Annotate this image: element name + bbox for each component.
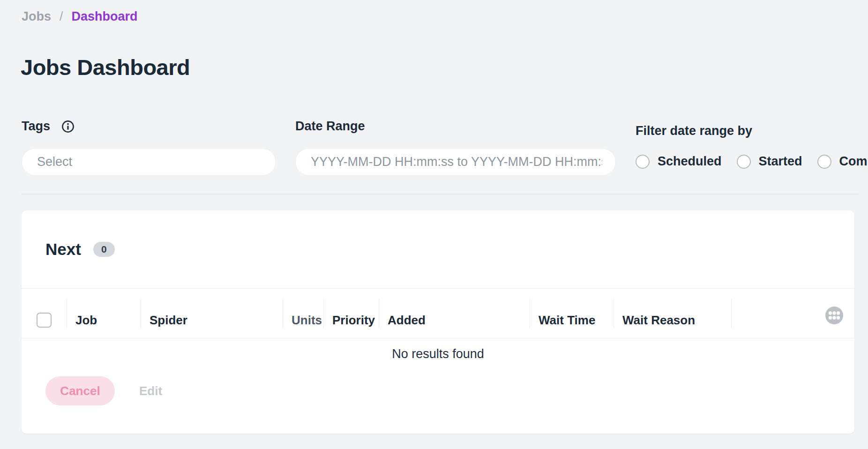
radio-icon[interactable] [636, 155, 650, 169]
empty-results-message: No results found [22, 338, 854, 370]
tags-filter-label: Tags [22, 119, 75, 134]
cancel-button[interactable]: Cancel [45, 376, 115, 405]
breadcrumb-separator: / [60, 9, 63, 24]
page-title: Jobs Dashboard [21, 54, 190, 80]
breadcrumb: Jobs / Dashboard [22, 9, 138, 24]
column-header-job[interactable]: Job [67, 299, 141, 328]
panel-title: Next [45, 240, 81, 259]
radio-option-started[interactable]: Started [737, 154, 802, 169]
tags-label-text: Tags [22, 119, 50, 134]
radio-option-scheduled[interactable]: Scheduled [636, 154, 722, 169]
date-range-input[interactable] [295, 148, 616, 176]
column-header-added[interactable]: Added [379, 299, 530, 328]
radio-icon[interactable] [817, 155, 831, 169]
breadcrumb-jobs[interactable]: Jobs [22, 9, 51, 24]
column-header-wait-reason[interactable]: Wait Reason [614, 299, 731, 328]
select-all-checkbox[interactable] [37, 313, 52, 328]
radio-label: Completed [839, 154, 868, 169]
breadcrumb-dashboard[interactable]: Dashboard [72, 9, 138, 24]
table-header-row: Job Spider Units Priority Added Wait Tim… [22, 289, 854, 338]
radio-label: Started [759, 154, 802, 169]
radio-icon[interactable] [737, 155, 751, 169]
panel-footer: Cancel Edit [22, 370, 854, 405]
column-header-units[interactable]: Units [283, 299, 323, 328]
next-jobs-panel: Next 0 Job Spider Units Priority Added W… [22, 210, 854, 434]
panel-header: Next 0 [22, 210, 854, 289]
edit-button[interactable]: Edit [139, 384, 162, 398]
date-range-label: Date Range [295, 119, 365, 134]
table-header-checkbox-cell [22, 299, 67, 328]
count-badge: 0 [93, 242, 115, 257]
filter-date-range-by-label: Filter date range by [636, 124, 752, 138]
info-icon[interactable] [61, 120, 75, 133]
radio-label: Scheduled [658, 154, 722, 169]
column-header-wait-time[interactable]: Wait Time [530, 299, 614, 328]
tags-select-input[interactable] [22, 148, 276, 176]
column-header-spider[interactable]: Spider [141, 299, 283, 328]
radio-option-completed[interactable]: Completed [817, 154, 868, 169]
filters-divider [22, 194, 859, 195]
column-header-priority[interactable]: Priority [323, 299, 379, 328]
filter-date-range-by-options: Scheduled Started Completed [636, 154, 868, 169]
grid-dots-icon[interactable] [825, 307, 843, 324]
